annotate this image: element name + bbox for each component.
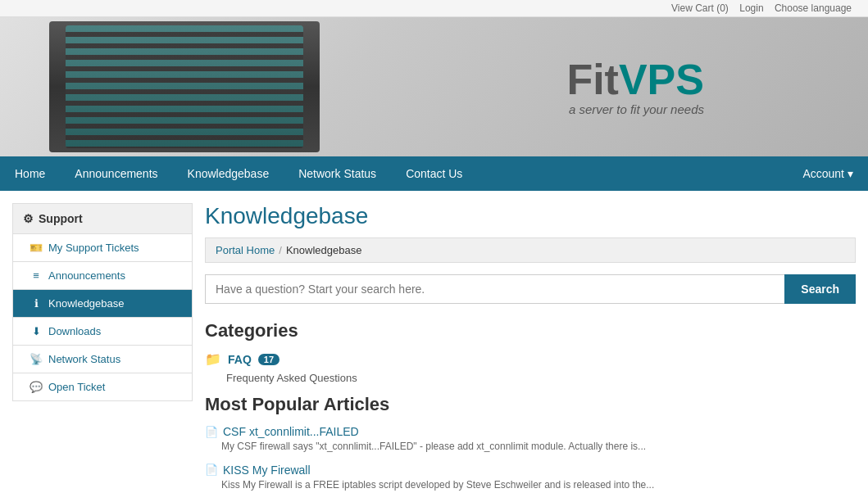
nav-contact-us[interactable]: Contact Us xyxy=(391,157,477,190)
search-button[interactable]: Search xyxy=(784,274,856,304)
nav-right: Account ▾ xyxy=(788,157,868,190)
faq-category-link[interactable]: FAQ xyxy=(228,353,252,366)
page-title: Knowledgebase xyxy=(205,203,856,229)
downloads-icon: ⬇ xyxy=(30,325,43,337)
sidebar-item-label: Network Status xyxy=(48,353,120,365)
login-link[interactable]: Login xyxy=(739,2,763,14)
breadcrumb-current: Knowledgebase xyxy=(286,244,362,256)
ticket-icon: 💬 xyxy=(30,381,43,393)
content-area: Knowledgebase Portal Home / Knowledgebas… xyxy=(205,203,856,502)
sidebar-item-knowledgebase[interactable]: ℹ Knowledgebase xyxy=(12,290,193,318)
logo: FitVPS a server to fit your needs xyxy=(566,58,704,116)
sidebar-item-label: Announcements xyxy=(48,269,125,282)
article-icon-2: 📄 xyxy=(205,464,218,476)
faq-count-badge: 17 xyxy=(258,354,279,365)
sidebar-item-label: My Support Tickets xyxy=(48,242,139,254)
article-title-2: KISS My Firewall xyxy=(223,464,311,477)
popular-articles-title: Most Popular Articles xyxy=(205,394,856,415)
article-link-1[interactable]: 📄 CSF xt_connlimit...FAILED xyxy=(205,425,856,438)
breadcrumb-portal-home[interactable]: Portal Home xyxy=(216,244,275,256)
sidebar-title-text: Support xyxy=(39,212,83,225)
account-dropdown-icon: ▾ xyxy=(848,167,853,180)
article-item-2: 📄 KISS My Firewall Kiss My Firewall is a… xyxy=(205,464,856,492)
sidebar-item-open-ticket[interactable]: 💬 Open Ticket xyxy=(12,373,193,401)
folder-icon: 📁 xyxy=(205,351,221,367)
sidebar-item-network-status[interactable]: 📡 Network Status xyxy=(12,346,193,373)
logo-vps: VPS xyxy=(619,56,704,103)
sidebar-support-icon: ⚙ xyxy=(23,212,34,225)
nav-left: Home Announcements Knowledgebase Network… xyxy=(0,157,788,190)
sidebar-item-label: Downloads xyxy=(48,325,101,337)
nav-announcements[interactable]: Announcements xyxy=(60,157,172,190)
sidebar: ⚙ Support 🎫 My Support Tickets ≡ Announc… xyxy=(12,203,193,502)
breadcrumb: Portal Home / Knowledgebase xyxy=(205,237,856,263)
tickets-icon: 🎫 xyxy=(30,242,43,254)
nav-knowledgebase[interactable]: Knowledgebase xyxy=(173,157,284,190)
sidebar-item-downloads[interactable]: ⬇ Downloads xyxy=(12,318,193,346)
server-rack xyxy=(66,25,303,148)
view-cart-link[interactable]: View Cart (0) xyxy=(671,2,729,14)
article-icon-1: 📄 xyxy=(205,426,218,438)
article-title-1: CSF xt_connlimit...FAILED xyxy=(223,425,359,438)
server-image xyxy=(49,21,320,152)
sidebar-item-label: Knowledgebase xyxy=(48,297,125,310)
sidebar-item-label: Open Ticket xyxy=(48,381,105,393)
main-nav: Home Announcements Knowledgebase Network… xyxy=(0,156,868,191)
search-input[interactable] xyxy=(205,274,784,304)
search-box: Search xyxy=(205,274,856,304)
logo-fit: Fit xyxy=(566,56,619,103)
knowledgebase-icon: ℹ xyxy=(30,297,43,310)
main-container: ⚙ Support 🎫 My Support Tickets ≡ Announc… xyxy=(0,191,868,502)
nav-account[interactable]: Account ▾ xyxy=(788,157,868,190)
category-faq: 📁 FAQ 17 xyxy=(205,351,856,367)
network-icon: 📡 xyxy=(30,353,43,365)
faq-description: Frequenty Asked Questions xyxy=(226,372,856,384)
sidebar-item-support-tickets[interactable]: 🎫 My Support Tickets xyxy=(12,234,193,262)
language-link[interactable]: Choose language xyxy=(775,2,852,14)
article-item-1: 📄 CSF xt_connlimit...FAILED My CSF firew… xyxy=(205,425,856,454)
nav-home[interactable]: Home xyxy=(0,157,60,190)
header: FitVPS a server to fit your needs xyxy=(0,17,868,156)
article-desc-1: My CSF firewall says "xt_connlimit...FAI… xyxy=(221,440,856,454)
breadcrumb-separator: / xyxy=(279,244,282,256)
sidebar-title: ⚙ Support xyxy=(12,203,193,234)
account-label: Account xyxy=(802,167,844,180)
top-bar: View Cart (0) Login Choose language xyxy=(0,0,868,17)
logo-tagline: a server to fit your needs xyxy=(566,102,704,116)
article-desc-2: Kiss My Firewall is a FREE iptables scri… xyxy=(221,478,856,492)
article-link-2[interactable]: 📄 KISS My Firewall xyxy=(205,464,856,477)
nav-network-status[interactable]: Network Status xyxy=(284,157,391,190)
sidebar-item-announcements[interactable]: ≡ Announcements xyxy=(12,262,193,290)
categories-title: Categories xyxy=(205,320,856,341)
announcements-icon: ≡ xyxy=(30,269,43,282)
